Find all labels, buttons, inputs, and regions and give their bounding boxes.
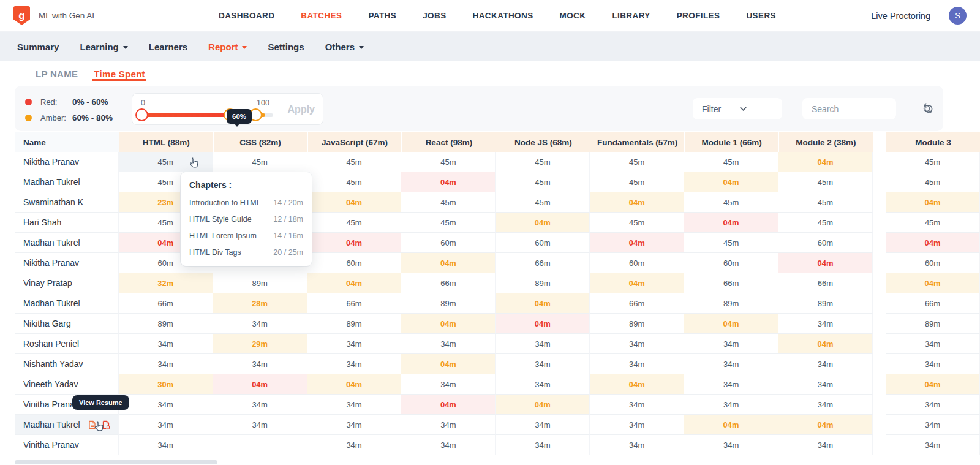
time-spent-cell[interactable]: 34m	[590, 354, 684, 374]
time-spent-cell[interactable]: 04m	[401, 314, 496, 334]
time-spent-cell[interactable]: 34m	[778, 435, 873, 455]
time-spent-cell[interactable]: 66m	[778, 273, 873, 293]
time-spent-cell[interactable]: 89m	[684, 293, 778, 314]
user-avatar[interactable]: S	[949, 7, 967, 25]
time-spent-cell[interactable]: 89m	[119, 314, 213, 334]
time-spent-cell[interactable]: 34m	[119, 415, 213, 435]
time-spent-cell[interactable]: 04m	[590, 374, 684, 395]
time-spent-cell[interactable]: 34m	[307, 435, 402, 455]
nav-item-jobs[interactable]: JOBS	[423, 11, 446, 20]
nav-item-library[interactable]: LIBRARY	[612, 11, 650, 20]
nav-item-users[interactable]: USERS	[746, 11, 776, 20]
time-spent-cell[interactable]: 66m	[886, 293, 980, 314]
nav-item-profiles[interactable]: PROFILES	[677, 11, 720, 20]
slider-track[interactable]: 60%	[141, 113, 273, 117]
time-spent-cell[interactable]: 04m	[684, 314, 778, 334]
learner-name-cell[interactable]: Roshan Peniel	[15, 334, 119, 354]
time-spent-cell[interactable]: 45m	[401, 192, 496, 213]
time-spent-cell[interactable]: 34m	[401, 435, 496, 455]
apply-button[interactable]: Apply	[288, 94, 315, 126]
time-spent-cell[interactable]: 04m	[401, 172, 496, 192]
time-spent-cell[interactable]: 34m	[886, 415, 980, 435]
time-spent-cell[interactable]: 34m	[119, 334, 213, 354]
tab-lp-name[interactable]: LP NAME	[34, 69, 79, 81]
time-spent-cell[interactable]: 45m	[886, 152, 980, 172]
sub-nav-item-others[interactable]: Others	[325, 42, 364, 52]
time-spent-cell[interactable]: 34m	[590, 415, 684, 435]
time-spent-cell[interactable]: 45m	[307, 152, 402, 172]
time-spent-cell[interactable]: 04m	[886, 273, 980, 293]
time-spent-cell[interactable]: 34m	[886, 435, 980, 455]
time-spent-cell[interactable]: 34m	[496, 374, 590, 395]
time-spent-cell[interactable]: 04m	[401, 395, 496, 415]
time-spent-cell[interactable]: 34m	[119, 354, 213, 374]
time-spent-cell[interactable]: 04m	[307, 192, 402, 213]
time-spent-cell[interactable]: 04m	[778, 334, 873, 354]
time-spent-cell[interactable]: 45m	[590, 213, 684, 233]
time-spent-cell[interactable]: 04m	[496, 314, 590, 334]
time-spent-cell[interactable]: 04m	[307, 374, 402, 395]
time-spent-cell[interactable]: 34m	[590, 395, 684, 415]
time-spent-cell[interactable]: 34m	[684, 334, 778, 354]
time-spent-cell[interactable]: 34m	[213, 354, 307, 374]
time-spent-cell[interactable]: 66m	[590, 293, 684, 314]
time-spent-cell[interactable]: 66m	[496, 253, 590, 273]
time-spent-cell[interactable]: 89m	[213, 273, 307, 293]
time-spent-cell[interactable]: 34m	[496, 415, 590, 435]
time-spent-cell[interactable]: 34m	[684, 435, 778, 455]
sub-nav-item-summary[interactable]: Summary	[17, 42, 59, 52]
time-spent-cell[interactable]: 34m	[778, 395, 873, 415]
time-spent-cell[interactable]: 04m	[886, 192, 980, 213]
time-spent-cell[interactable]: 60m	[590, 253, 684, 273]
time-spent-cell[interactable]: 60m	[886, 253, 980, 273]
time-spent-cell[interactable]: 89m	[886, 314, 980, 334]
time-spent-cell[interactable]: 45m	[778, 213, 873, 233]
time-spent-cell[interactable]: 66m	[307, 293, 402, 314]
learner-name-cell[interactable]: Swaminathan K	[15, 192, 119, 213]
time-spent-cell[interactable]: 04m	[307, 233, 402, 253]
nav-item-dashboard[interactable]: DASHBOARD	[219, 11, 274, 20]
time-spent-cell[interactable]: 45m	[886, 172, 980, 192]
time-spent-cell[interactable]: 34m	[496, 334, 590, 354]
learner-name-cell[interactable]: Nikitha Pranav	[15, 253, 119, 273]
time-spent-cell[interactable]: 60m	[684, 253, 778, 273]
time-spent-cell[interactable]: 89m	[401, 293, 496, 314]
time-spent-cell[interactable]: 66m	[684, 273, 778, 293]
nav-item-mock[interactable]: MOCK	[560, 11, 586, 20]
time-spent-cell[interactable]: 04m	[886, 233, 980, 253]
time-spent-cell[interactable]: 34m	[496, 354, 590, 374]
time-spent-cell[interactable]: 30m	[119, 374, 213, 395]
brand-logo[interactable]: g	[13, 6, 30, 25]
time-spent-cell[interactable]: 45m	[496, 172, 590, 192]
time-spent-cell[interactable]: 45m	[886, 213, 980, 233]
time-spent-cell[interactable]: 45m	[778, 172, 873, 192]
live-proctoring-link[interactable]: Live Proctoring	[871, 11, 930, 21]
time-spent-cell[interactable]: 60m	[496, 233, 590, 253]
time-spent-cell[interactable]: 34m	[886, 334, 980, 354]
time-spent-cell[interactable]: 04m	[307, 273, 402, 293]
time-spent-cell[interactable]: 04m	[778, 415, 873, 435]
slider-handle-min[interactable]	[135, 108, 148, 121]
time-spent-cell[interactable]: 45m	[401, 213, 496, 233]
learner-name-cell[interactable]: Nishanth Yadav	[15, 354, 119, 374]
learner-name-cell[interactable]: Nikitha Garg	[15, 314, 119, 334]
time-spent-cell[interactable]: 04m	[496, 395, 590, 415]
time-spent-cell[interactable]: 32m	[119, 273, 213, 293]
time-spent-cell[interactable]: 34m	[213, 415, 307, 435]
time-spent-cell[interactable]: 04m	[684, 415, 778, 435]
time-spent-cell[interactable]: 34m	[307, 415, 402, 435]
time-spent-cell[interactable]: 34m	[684, 374, 778, 395]
time-spent-cell[interactable]: 45m	[684, 152, 778, 172]
time-spent-cell[interactable]: 45m	[213, 152, 307, 172]
time-spent-cell[interactable]: 45m	[590, 172, 684, 192]
time-spent-cell[interactable]: 89m	[590, 314, 684, 334]
learner-name-cell[interactable]: Vinitha Pranav	[15, 435, 119, 455]
time-spent-cell[interactable]: 04m	[590, 233, 684, 253]
time-spent-cell[interactable]: 34m	[307, 354, 402, 374]
time-spent-cell[interactable]: 34m	[307, 334, 402, 354]
time-spent-cell[interactable]: 89m	[496, 273, 590, 293]
sub-nav-item-learners[interactable]: Learners	[149, 42, 187, 52]
time-spent-cell[interactable]: 45m	[778, 192, 873, 213]
time-spent-cell[interactable]: 45m	[684, 192, 778, 213]
reset-icon[interactable]	[921, 101, 935, 116]
